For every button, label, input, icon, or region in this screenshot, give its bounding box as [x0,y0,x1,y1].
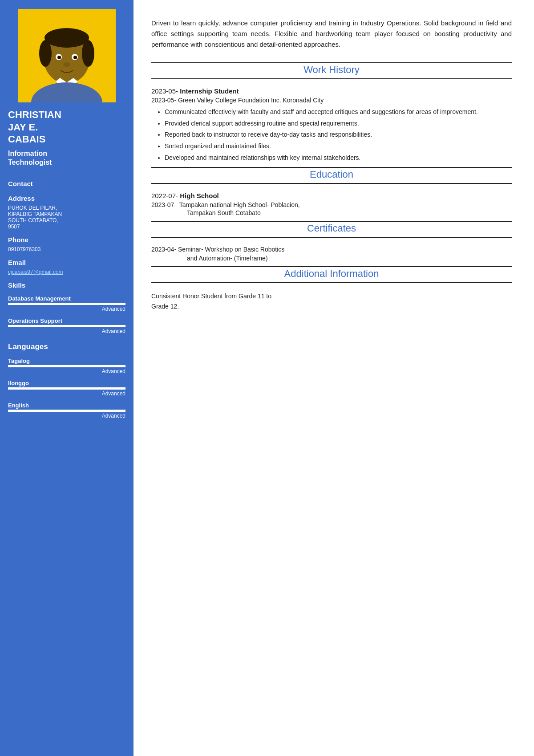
svg-point-11 [63,62,70,67]
edu-entry-1-title: 2022-07- High School [151,192,512,199]
additional-title: Additional Information [151,268,512,280]
sidebar: CHRISTIAN JAY E. CABAIS Information Tech… [0,0,134,756]
lang-ilonggo-name: Ilonggo [8,380,29,386]
address-value: PUROK DEL PILAR,KIPALBIG TAMPAKANSOUTH C… [8,205,62,230]
profile-photo [18,9,116,102]
skill-database-level: Advanced [8,306,125,312]
job-title: Information Technologist [8,149,52,168]
lang-ilonggo-level: Advanced [8,390,125,397]
bullet-1: Communicated effectively with faculty an… [165,107,512,117]
certificates-title: Certificates [151,223,512,234]
email-value[interactable]: cjcabais97@gmail.com [8,269,63,275]
certificates-section: Certificates 2023-04- Seminar- Workshop … [151,221,512,262]
education-divider-bottom [151,183,512,184]
svg-point-9 [57,56,61,59]
education-section: Education 2022-07- High School 2023-07 T… [151,167,512,216]
svg-point-10 [73,56,77,59]
additional-info-section: Additional Information Consistent Honor … [151,266,512,311]
contact-label: Contact [8,180,33,187]
work-history-divider-top [151,62,512,63]
bullet-5: Developed and maintained relationships w… [165,153,512,163]
work-history-section: Work History 2023-05- Internship Student… [151,62,512,163]
skills-label: Skills [8,281,25,289]
additional-divider-top [151,266,512,267]
main-content: Driven to learn quickly, advance compute… [134,0,534,756]
lang-tagalog-bar [8,365,125,367]
work-entry-1-title: 2023-05- Internship Student [151,87,512,95]
lang-english-bar [8,410,125,412]
phone-value: 09107976303 [8,246,40,252]
candidate-name: CHRISTIAN JAY E. CABAIS [8,109,61,146]
edu-entry-1-school: 2023-07 Tampakan national High School- P… [151,201,512,208]
lang-tagalog-name: Tagalog [8,358,30,364]
svg-point-5 [39,40,52,67]
skill-database-name: Database Management [8,295,71,302]
education-title: Education [151,169,512,180]
work-entry-1-bullets: Communicated effectively with faculty an… [165,107,512,163]
education-divider-top [151,167,512,168]
languages-label: Languages [8,342,48,351]
certificates-divider-bottom [151,237,512,238]
additional-divider-bottom [151,282,512,283]
work-entry-1-org: 2023-05- Green Valley College Foundation… [151,97,512,104]
skill-operations-name: Operations Support [8,317,62,324]
cert-entry-1: 2023-04- Seminar- Workshop on Basic Robo… [151,246,512,253]
work-history-divider-bottom [151,78,512,79]
address-label: Address [8,195,35,202]
bullet-2: Provided clerical support addressing rou… [165,119,512,129]
svg-point-4 [44,28,89,48]
lang-english-level: Advanced [8,413,125,419]
work-history-title: Work History [151,64,512,76]
bullet-3: Reported back to instructor to receive d… [165,130,512,140]
svg-point-6 [82,40,94,67]
skill-database-bar [8,303,125,305]
email-label: Email [8,259,26,266]
summary-text: Driven to learn quickly, advance compute… [151,18,512,50]
phone-label: Phone [8,236,28,244]
edu-entry-1-location: Tampakan South Cotabato [187,209,512,216]
certificates-divider-top [151,221,512,222]
lang-english-name: English [8,402,29,409]
skill-operations-bar [8,325,125,327]
lang-tagalog-level: Advanced [8,368,125,374]
additional-text: Consistent Honor Student from Garde 11 t… [151,291,512,311]
lang-ilonggo-bar [8,387,125,390]
skill-operations-level: Advanced [8,328,125,334]
cert-entry-1-cont: and Automation- (Timeframe) [187,255,512,262]
bullet-4: Sorted organized and maintained files. [165,142,512,151]
